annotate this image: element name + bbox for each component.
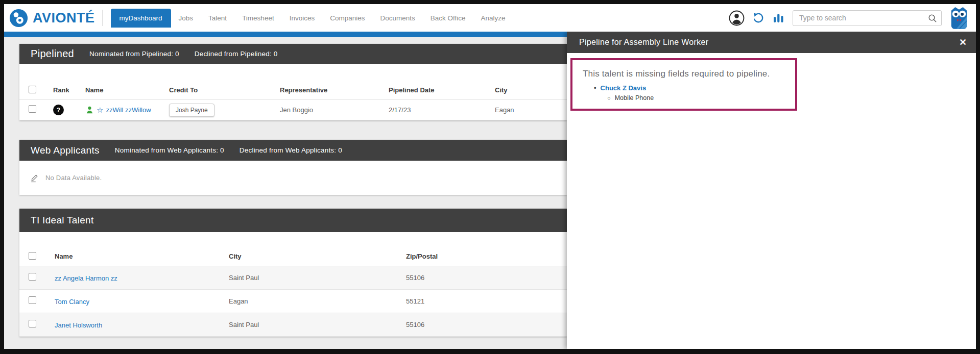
ideal-talent-row: Tom Clancy Eagan 55121	[19, 290, 567, 313]
talent-name-link[interactable]: Janet Holsworth	[55, 321, 102, 329]
tab-back-office[interactable]: Back Office	[423, 9, 473, 27]
pipelined-header: Pipelined Nominated from Pipelined: 0 De…	[19, 44, 567, 64]
web-applicants-declined-stat: Declined from Web Applicants: 0	[240, 146, 342, 154]
zip-cell: 55106	[406, 274, 567, 282]
tab-jobs[interactable]: Jobs	[171, 9, 201, 27]
column-name: Name	[85, 86, 169, 94]
row-checkbox[interactable]	[29, 320, 36, 327]
ideal-talent-select-all-checkbox[interactable]	[29, 252, 36, 260]
pipelined-date-cell: 2/17/23	[389, 106, 495, 114]
main-nav-tabs: myDashboard Jobs Talent Timesheet Invoic…	[111, 4, 513, 32]
city-cell: Eagan	[495, 106, 567, 114]
avionte-logo-icon	[9, 9, 28, 28]
search-icon[interactable]	[927, 13, 937, 25]
nav-divider	[102, 10, 103, 26]
navbar-right-group	[729, 7, 971, 29]
column-representative: Representative	[280, 86, 389, 94]
refresh-icon[interactable]	[752, 12, 764, 24]
no-data-message: No Data Available.	[45, 174, 102, 182]
city-cell: Eagan	[229, 297, 406, 305]
dashboard-content: Pipelined Nominated from Pipelined: 0 De…	[4, 37, 567, 349]
pipelined-table-row: ? ☆ zzWill zzWillow Josh Payne Jen Boggi…	[19, 100, 567, 120]
missing-fields-message: This talent is missing fields required t…	[583, 69, 785, 79]
zip-cell: 55121	[406, 297, 567, 305]
rank-badge: ?	[53, 105, 64, 115]
pipeline-panel: Pipeline for Assembly Line Worker ✕ This…	[567, 32, 976, 349]
tab-timesheet[interactable]: Timesheet	[234, 9, 282, 27]
pipeline-panel-header: Pipeline for Assembly Line Worker ✕	[567, 32, 976, 53]
credit-to-chip[interactable]: Josh Payne	[169, 104, 214, 117]
city-cell: Saint Paul	[229, 321, 406, 328]
column-rank: Rank	[53, 86, 85, 94]
window-frame: AVIONTÉ myDashboard Jobs Talent Timeshee…	[0, 0, 980, 354]
brand-name: AVIONTÉ	[33, 10, 95, 26]
talent-person-icon	[85, 106, 94, 114]
ideal-talent-title: TI Ideal Talent	[31, 215, 94, 226]
sub-bullet-icon: ○	[607, 95, 611, 101]
zip-cell: 55106	[406, 321, 567, 328]
talent-name-link[interactable]: Chuck Z Davis	[601, 84, 647, 92]
missing-fields-warning-box: This talent is missing fields required t…	[570, 58, 797, 111]
tab-invoices[interactable]: Invoices	[282, 9, 323, 27]
nav-underline-bar	[4, 32, 567, 37]
global-search	[793, 10, 942, 26]
ideal-talent-section: TI Ideal Talent Name City Zip/Postal zz …	[19, 209, 567, 337]
missing-field-item: ○ Mobile Phone	[607, 94, 785, 102]
app-root: AVIONTÉ myDashboard Jobs Talent Timeshee…	[4, 4, 976, 349]
close-icon[interactable]: ✕	[959, 38, 967, 47]
talent-name-link[interactable]: zzWill zzWillow	[106, 106, 151, 114]
analytics-chart-icon[interactable]	[772, 12, 785, 24]
talent-name-link[interactable]: Tom Clancy	[55, 298, 89, 306]
pipelined-declined-stat: Declined from Pipelined: 0	[195, 50, 278, 58]
tab-companies[interactable]: Companies	[322, 9, 372, 27]
pipelined-section: Pipelined Nominated from Pipelined: 0 De…	[19, 44, 567, 120]
bullet-icon: •	[594, 84, 596, 92]
talent-name-link[interactable]: zz Angela Harmon zz	[55, 274, 117, 282]
row-checkbox[interactable]	[29, 105, 36, 113]
search-input[interactable]	[793, 10, 942, 26]
ideal-talent-row: Janet Holsworth Saint Paul 55106	[19, 313, 567, 337]
ideal-talent-row: zz Angela Harmon zz Saint Paul 55106	[19, 266, 567, 290]
row-checkbox[interactable]	[29, 273, 36, 281]
web-applicants-nominated-stat: Nominated from Web Applicants: 0	[115, 146, 224, 154]
ideal-talent-table-header: Name City Zip/Postal	[19, 247, 567, 266]
city-cell: Saint Paul	[229, 274, 406, 282]
ideal-talent-header: TI Ideal Talent	[19, 209, 567, 232]
tab-mydashboard[interactable]: myDashboard	[111, 9, 171, 28]
pipelined-select-all-checkbox[interactable]	[29, 86, 36, 93]
column-city: City	[229, 252, 406, 260]
web-applicants-header: Web Applicants Nominated from Web Applic…	[19, 140, 567, 161]
web-applicants-section: Web Applicants Nominated from Web Applic…	[19, 140, 567, 195]
talent-list-item: • Chuck Z Davis	[594, 84, 785, 92]
column-name: Name	[55, 252, 229, 260]
no-data-row: No Data Available.	[19, 161, 567, 195]
favorite-star-icon[interactable]: ☆	[97, 106, 103, 114]
edit-pencil-icon	[30, 173, 39, 183]
column-credit-to: Credit To	[169, 86, 280, 94]
tab-documents[interactable]: Documents	[372, 9, 422, 27]
missing-field-label: Mobile Phone	[615, 94, 654, 102]
top-navbar: AVIONTÉ myDashboard Jobs Talent Timeshee…	[4, 4, 976, 32]
pipeline-panel-title: Pipeline for Assembly Line Worker	[579, 38, 708, 47]
representative-cell: Jen Boggio	[280, 106, 389, 114]
tab-analyze[interactable]: Analyze	[473, 9, 513, 27]
tab-talent[interactable]: Talent	[201, 9, 234, 27]
column-pipelined-date: Pipelined Date	[389, 86, 495, 94]
web-applicants-title: Web Applicants	[31, 145, 100, 156]
user-profile-icon[interactable]	[729, 10, 745, 26]
owl-avatar[interactable]	[949, 7, 969, 29]
pipelined-nominated-stat: Nominated from Pipelined: 0	[89, 50, 179, 58]
missing-fields-list: • Chuck Z Davis ○ Mobile Phone	[583, 84, 785, 102]
pipeline-panel-body: This talent is missing fields required t…	[567, 53, 976, 116]
column-city: City	[495, 86, 567, 94]
pipelined-title: Pipelined	[31, 48, 74, 60]
avionte-logo[interactable]: AVIONTÉ	[7, 9, 102, 28]
row-checkbox[interactable]	[29, 296, 36, 304]
pipelined-table-header: Rank Name Credit To Representative Pipel…	[19, 81, 567, 100]
column-zip-postal: Zip/Postal	[406, 252, 567, 260]
